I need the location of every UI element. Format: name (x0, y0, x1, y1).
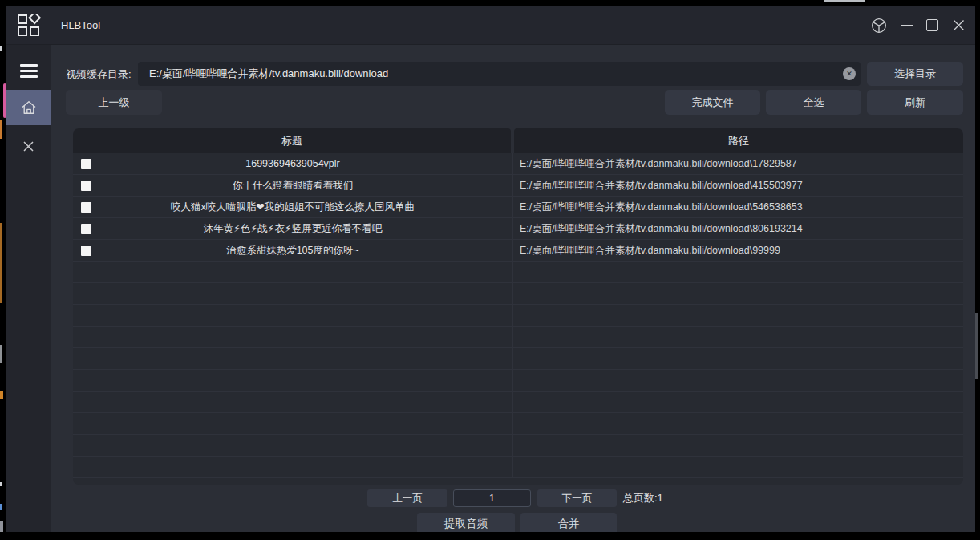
desktop-artifact (0, 504, 2, 510)
row-path: E:/桌面/哔哩哔哩合并素材/tv.danmaku.bili/download\… (513, 240, 963, 261)
table-row-empty (73, 435, 963, 457)
app-window: HLBTool (6, 6, 975, 532)
merge-button[interactable]: 合并 (520, 513, 617, 532)
row-checkbox[interactable] (81, 202, 91, 213)
file-table: 标题 路径 16993694639054vplr E:/桌面/哔哩哔哩合并素材/… (73, 128, 963, 485)
dir-label: 视频缓存目录: (66, 67, 132, 82)
table-row-empty (73, 327, 963, 348)
table-row-empty (73, 305, 963, 327)
refresh-button[interactable]: 刷新 (867, 90, 963, 115)
column-header-path[interactable]: 路径 (514, 128, 963, 153)
table-row[interactable]: 16993694639054vplr E:/桌面/哔哩哔哩合并素材/tv.dan… (73, 153, 963, 175)
clear-input-button[interactable]: ✕ (843, 67, 856, 80)
table-row-empty (73, 457, 963, 478)
row-title: 咬人猫x咬人喵胭脂❤我的姐姐不可能这么撩人国风单曲 (171, 201, 415, 214)
close-button[interactable] (946, 6, 970, 44)
row-path: E:/桌面/哔哩哔哩合并素材/tv.danmaku.bili/download\… (513, 197, 963, 217)
next-page-button[interactable]: 下一页 (537, 489, 617, 507)
desktop-artifact (0, 482, 2, 486)
desktop-artifact (0, 345, 2, 363)
prev-page-button[interactable]: 上一页 (367, 489, 447, 507)
minimize-icon (901, 25, 913, 26)
column-header-title[interactable]: 标题 (73, 128, 511, 153)
desktop-artifact (0, 120, 2, 139)
table-row-empty (73, 262, 963, 283)
page-number-input[interactable] (453, 489, 531, 507)
table-row[interactable]: 咬人猫x咬人喵胭脂❤我的姐姐不可能这么撩人国风单曲 E:/桌面/哔哩哔哩合并素材… (73, 197, 963, 218)
home-icon (20, 99, 38, 116)
app-title: HLBTool (61, 6, 100, 44)
sidebar (6, 45, 51, 532)
menu-toggle-button[interactable] (6, 53, 51, 88)
table-header: 标题 路径 (73, 128, 963, 153)
row-checkbox[interactable] (81, 181, 91, 191)
table-row[interactable]: 治愈系甜妹热爱105度的你呀~ E:/桌面/哔哩哔哩合并素材/tv.danmak… (73, 240, 963, 262)
sidebar-item-close[interactable] (6, 128, 51, 164)
table-row[interactable]: 沐年黄⚡色⚡战⚡衣⚡竖屏更近你看不看吧 E:/桌面/哔哩哔哩合并素材/tv.da… (73, 218, 963, 240)
cube-icon (871, 18, 887, 34)
row-checkbox[interactable] (81, 224, 91, 234)
desktop-artifact (0, 521, 3, 532)
row-title: 16993694639054vplr (245, 158, 339, 169)
desktop-artifact (824, 0, 865, 2)
table-row-empty (73, 392, 963, 413)
scrollbar-artifact (975, 313, 978, 379)
titlebar: HLBTool (6, 6, 975, 45)
close-icon (953, 19, 965, 31)
table-row-empty (73, 283, 963, 305)
desktop-background: HLBTool (0, 0, 980, 540)
up-level-button[interactable]: 上一级 (66, 90, 162, 115)
maximize-button[interactable] (920, 6, 944, 44)
total-pages-label: 总页数:1 (623, 489, 663, 507)
table-row[interactable]: 你干什么瞪着眼睛看着我们 E:/桌面/哔哩哔哩合并素材/tv.danmaku.b… (73, 175, 963, 197)
hamburger-icon (20, 61, 38, 81)
select-dir-button[interactable]: 选择目录 (867, 62, 963, 86)
maximize-icon (926, 19, 938, 31)
table-row-empty (73, 413, 963, 435)
row-checkbox[interactable] (81, 246, 91, 256)
app-logo-icon (17, 14, 41, 38)
row-title: 沐年黄⚡色⚡战⚡衣⚡竖屏更近你看不看吧 (204, 222, 383, 236)
dir-input[interactable] (138, 62, 861, 86)
row-path: E:/桌面/哔哩哔哩合并素材/tv.danmaku.bili/download\… (513, 153, 963, 174)
close-x-icon (22, 140, 34, 152)
row-checkbox[interactable] (81, 159, 91, 169)
desktop-artifact (0, 391, 3, 399)
desktop-artifact (0, 223, 2, 303)
cube-button[interactable] (867, 6, 891, 44)
desktop-artifact (0, 46, 2, 51)
done-files-button[interactable]: 完成文件 (665, 90, 760, 115)
row-path: E:/桌面/哔哩哔哩合并素材/tv.danmaku.bili/download\… (513, 218, 963, 239)
table-row-empty (73, 370, 963, 392)
minimize-button[interactable] (894, 6, 918, 44)
extract-audio-button[interactable]: 提取音频 (417, 513, 515, 532)
row-title: 你干什么瞪着眼睛看着我们 (233, 179, 353, 193)
table-row-empty (73, 348, 963, 370)
select-all-button[interactable]: 全选 (766, 90, 861, 115)
row-title: 治愈系甜妹热爱105度的你呀~ (226, 244, 359, 258)
row-path: E:/桌面/哔哩哔哩合并素材/tv.danmaku.bili/download\… (513, 175, 963, 196)
sidebar-item-home[interactable] (6, 90, 51, 125)
